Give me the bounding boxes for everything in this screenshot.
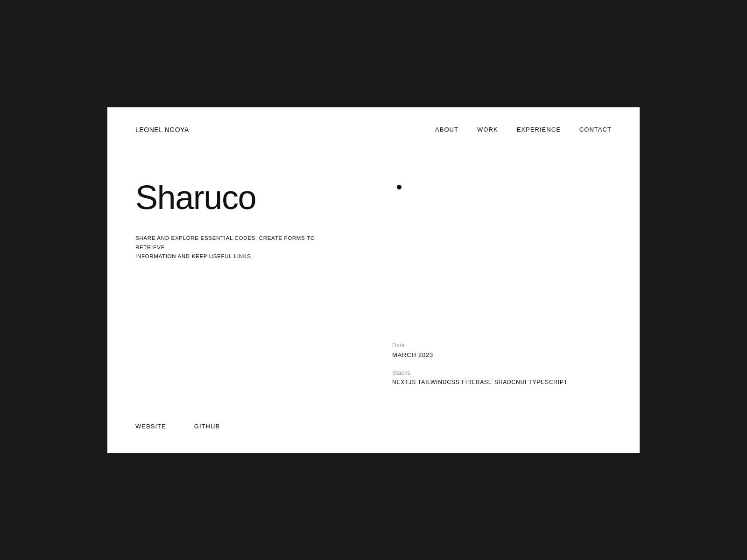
footer-link-github[interactable]: GITHUB [194,423,220,430]
site-logo: LEONEL NGOYA [135,126,189,133]
nav-link-experience[interactable]: EXPERIENCE [517,126,561,133]
nav-link-about[interactable]: ABOUT [435,126,458,133]
left-column: Sharuco SHARE AND EXPLORE ESSENTIAL CODE… [135,180,374,385]
page-container: LEONEL NGOYA ABOUT WORK EXPERIENCE CONTA… [107,107,640,453]
footer-links: WEBSITE GITHUB [107,423,640,453]
right-column: Date MARCH 2023 Stacks NEXTJS TAILWINDCS… [374,180,612,385]
meta-section: Date MARCH 2023 Stacks NEXTJS TAILWINDCS… [392,342,568,385]
nav-link-work[interactable]: WORK [477,126,498,133]
date-label: Date [392,342,568,349]
project-description: SHARE AND EXPLORE ESSENTIAL CODES, CREAT… [135,234,331,261]
date-value: MARCH 2023 [392,351,568,358]
main-content: Sharuco SHARE AND EXPLORE ESSENTIAL CODE… [107,152,640,423]
dot-indicator [397,185,402,189]
nav-links: ABOUT WORK EXPERIENCE CONTACT [435,126,612,133]
stacks-label: Stacks [392,370,568,376]
stacks-value: NEXTJS TAILWINDCSS FIREBASE SHADCNUI TYP… [392,379,568,385]
nav: LEONEL NGOYA ABOUT WORK EXPERIENCE CONTA… [107,107,640,152]
footer-link-website[interactable]: WEBSITE [135,423,166,430]
project-title: Sharuco [135,180,374,216]
nav-link-contact[interactable]: CONTACT [579,126,612,133]
